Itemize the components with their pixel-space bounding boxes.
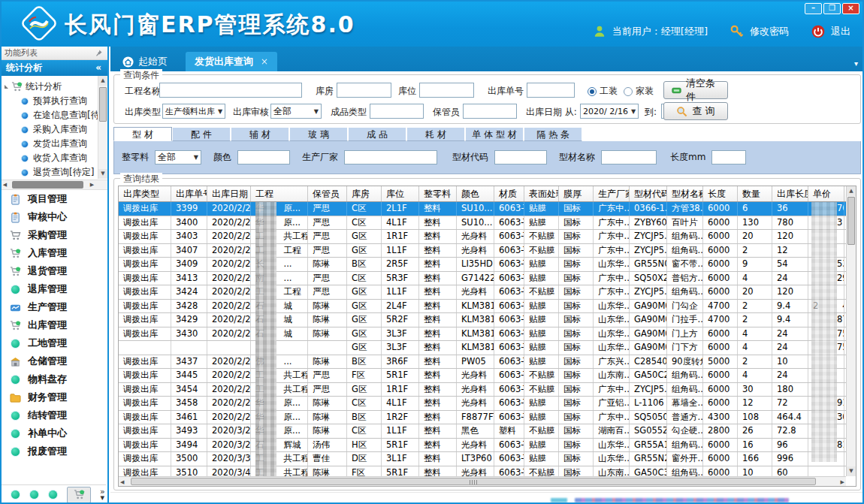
- table-row[interactable]: 调拨出库34932020/3/2华原...陈琳C区1L1F整料黑色塑料不贴膜国标…: [119, 424, 846, 439]
- sidebar-item-9[interactable]: 仓储管理: [0, 352, 107, 370]
- column-header-0[interactable]: 出库类型: [119, 186, 171, 202]
- table-horizontal-scrollbar[interactable]: ◀ ▶: [119, 476, 846, 486]
- clear-conditions-button[interactable]: 清空条件: [663, 81, 728, 99]
- column-header-2[interactable]: 出库日期: [207, 186, 251, 202]
- material-tab-7[interactable]: 隔 热 条: [524, 127, 582, 141]
- close-button[interactable]: ×: [842, 3, 859, 14]
- material-tab-3[interactable]: 玻 璃: [289, 127, 348, 141]
- pin-icon[interactable]: [95, 49, 103, 57]
- material-tab-1[interactable]: 配 件: [172, 127, 231, 141]
- sidebar-item-1[interactable]: 审核中心: [0, 208, 107, 226]
- table-row[interactable]: 调拨出库34072020/2/25工工程严思G区1L1F整料光身料6063-T5…: [119, 244, 846, 258]
- column-header-8[interactable]: 颜色: [457, 186, 494, 202]
- column-header-11[interactable]: 膜厚: [559, 186, 594, 202]
- sidebar-item-13[interactable]: 补单中心: [0, 424, 107, 442]
- column-header-4[interactable]: 保管员: [308, 186, 347, 202]
- product-type-input[interactable]: [370, 104, 424, 119]
- table-row[interactable]: 调拨出库34282020/2/26石城陈琳G区2L4F整料KLM38176063…: [119, 300, 846, 314]
- table-row[interactable]: 调拨出库34002020/2/25华原...严思C区4L1F整料SU10...6…: [119, 216, 846, 231]
- table-row[interactable]: 调拨出库34542020/2/28工共工程严思G区1R1F整料光身料6063-T…: [119, 383, 846, 397]
- sidebar-item-3[interactable]: 入库管理: [0, 244, 107, 262]
- sidebar-item-4[interactable]: 退货管理: [0, 262, 107, 280]
- tree-item-3[interactable]: 发货出库查询: [5, 137, 106, 151]
- column-header-12[interactable]: 生产厂家: [594, 186, 630, 202]
- sidebar-item-11[interactable]: 财务管理: [0, 388, 107, 406]
- name-input[interactable]: [601, 150, 657, 164]
- tree-item-2[interactable]: 采购入库查询: [5, 122, 106, 137]
- section-header[interactable]: 统计分析 «: [0, 60, 107, 76]
- table-row[interactable]: 调拨出库34302020/2/26石城陈琳G区3L3F整料KLM38176063…: [119, 327, 846, 342]
- toolbar-overflow-button[interactable]: »▾: [100, 489, 105, 501]
- tree-expander-icon[interactable]: [5, 85, 8, 89]
- table-row[interactable]: 调拨出库34092020/2/25长...陈琳B区2R5F整料LI35HD606…: [119, 258, 846, 272]
- column-header-16[interactable]: 数量: [738, 186, 772, 202]
- tree-item-4[interactable]: 收货入库查询: [5, 151, 106, 165]
- table-row[interactable]: 调拨出库34582020/2/28华原...陈琳C区4L1F整料光身料6063-…: [119, 397, 846, 411]
- maker-input[interactable]: [344, 150, 437, 164]
- column-header-13[interactable]: 型材代码: [630, 186, 667, 202]
- table-row[interactable]: 调拨出库34452020/2/27工共工程严思F区5R1F整料光身料6063-T…: [119, 369, 846, 383]
- tree-horizontal-scrollbar[interactable]: ◀ ▶: [0, 180, 107, 189]
- sidebar-item-10[interactable]: 物料盘存: [0, 370, 107, 388]
- table-row[interactable]: 调拨出库34612020/2/28华原...陈琳B区1R2F整料F8877FT6…: [119, 411, 846, 425]
- material-tab-2[interactable]: 辅 材: [231, 127, 289, 141]
- table-row[interactable]: 调拨出库35102020/3/4工共工程陈琳F区5R1F整料光身料6063-T5…: [119, 466, 846, 477]
- collapse-icon[interactable]: «: [95, 60, 101, 76]
- color-input[interactable]: [237, 150, 290, 164]
- table-row[interactable]: 调拨出库34372020/2/27佛...陈琳B区3R6F整料PW056063-…: [119, 355, 846, 370]
- column-header-14[interactable]: 型材名称: [667, 186, 703, 202]
- tree-item-0[interactable]: 预算执行查询: [5, 94, 106, 108]
- column-header-17[interactable]: 出库长度: [772, 186, 808, 202]
- cart-toolbar-button[interactable]: [67, 487, 91, 503]
- column-header-9[interactable]: 材质: [494, 186, 524, 202]
- column-header-1[interactable]: 出库单号: [171, 186, 207, 202]
- table-row[interactable]: 调拨出库34942020/3/2石辉城汤伟H区5R1F整料光身料6063-T5贴…: [119, 439, 846, 453]
- date-from-select[interactable]: 2020/ 2/16▼: [580, 104, 639, 119]
- order-no-input[interactable]: [527, 83, 575, 98]
- material-tab-6[interactable]: 单 体 型 材: [465, 127, 524, 141]
- project-name-input[interactable]: [159, 83, 302, 98]
- tab-close-icon[interactable]: ×: [261, 56, 268, 67]
- table-row[interactable]: 调拨出库34032020/2/25工共工程严思G区1R1F整料光身料6063-T…: [119, 230, 846, 244]
- sidebar-item-14[interactable]: 报废管理: [0, 442, 107, 460]
- whole-select[interactable]: 全部▼: [155, 150, 201, 164]
- sidebar-item-7[interactable]: 出库管理: [0, 316, 107, 334]
- table-row[interactable]: 调拨出库34242020/2/26工工程严思G区1L1F整料光身料6063-T5…: [119, 285, 846, 300]
- sidebar-item-12[interactable]: 结转管理: [0, 406, 107, 424]
- column-header-3[interactable]: 工程: [251, 186, 308, 202]
- sidebar-item-8[interactable]: 工地管理: [0, 334, 107, 352]
- location-input[interactable]: [419, 83, 474, 98]
- material-tab-4[interactable]: 成 品: [348, 127, 406, 141]
- change-password-link[interactable]: 修改密码: [750, 25, 789, 38]
- column-header-10[interactable]: 表面处理: [524, 186, 559, 202]
- circle-icon[interactable]: [11, 490, 20, 499]
- sidebar-item-5[interactable]: 退库管理: [0, 280, 107, 298]
- column-header-7[interactable]: 整零料: [419, 186, 457, 202]
- sidebar-item-2[interactable]: 采购管理: [0, 226, 107, 244]
- table-row[interactable]: 调拨出库34132020/2/26南...严思C区5R3F整料G71422606…: [119, 272, 846, 286]
- tab-shipping-query[interactable]: 发货出库查询 ×: [186, 52, 277, 71]
- maximize-button[interactable]: ❐: [823, 3, 841, 14]
- circle-icon[interactable]: [48, 490, 58, 499]
- minimize-button[interactable]: –: [805, 3, 822, 14]
- material-tab-5[interactable]: 耗 材: [406, 127, 465, 141]
- tree-item-1[interactable]: 在途信息查询[待: [5, 108, 106, 122]
- column-header-15[interactable]: 长度: [703, 186, 738, 202]
- tree-root[interactable]: 统计分析: [5, 79, 106, 94]
- out-type-select[interactable]: 生产领料出库▼: [162, 104, 225, 119]
- column-header-18[interactable]: 单价: [808, 186, 844, 202]
- tree-vertical-scrollbar[interactable]: ▲ ▼: [98, 76, 107, 179]
- keeper-input[interactable]: [463, 104, 517, 119]
- column-header-6[interactable]: 库位: [382, 186, 419, 202]
- length-input[interactable]: [711, 150, 746, 164]
- sidebar-item-0[interactable]: 项目管理: [0, 190, 107, 208]
- table-row[interactable]: 调拨出库33992020/2/25华原...严思C区2L1F整料SU10...6…: [119, 202, 846, 216]
- table-row[interactable]: 调拨出库34292020/2/26石城陈琳G区5R2F整料KLM38176063…: [119, 313, 846, 327]
- column-header-5[interactable]: 库房: [347, 186, 382, 202]
- tree-item-5[interactable]: 退货查询[待定]: [5, 165, 106, 180]
- sidebar-item-6[interactable]: 生产管理: [0, 298, 107, 316]
- search-button[interactable]: 查 询: [663, 102, 728, 120]
- radio-jiazhuang[interactable]: 家装: [624, 85, 654, 98]
- code-input[interactable]: [494, 150, 547, 164]
- tabbar-overflow-icon[interactable]: ▾: [854, 59, 858, 68]
